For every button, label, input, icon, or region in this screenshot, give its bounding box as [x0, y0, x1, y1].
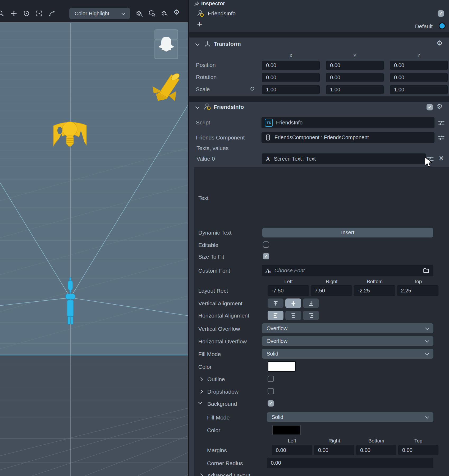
scale-link-icon[interactable]: [249, 85, 256, 92]
corner-radius-label: Corner Radius: [207, 460, 243, 466]
size-to-fit-label: Size To Fit: [198, 254, 224, 260]
layout-rect-header-bottom: Bottom: [367, 279, 383, 284]
transform-settings-gear-icon[interactable]: ⚙: [437, 40, 443, 46]
value0-remove-icon[interactable]: ✕: [439, 155, 444, 162]
background-fill-mode-dropdown[interactable]: Solid: [267, 412, 433, 422]
valign-center-button[interactable]: [285, 298, 301, 308]
scale-z-input[interactable]: [390, 85, 448, 94]
horizontal-overflow-dropdown[interactable]: Overflow: [262, 336, 433, 346]
text-value-area[interactable]: [262, 183, 433, 225]
vertical-overflow-dropdown[interactable]: Overflow: [262, 323, 433, 333]
transform-collapse-chevron-icon[interactable]: [195, 42, 200, 46]
section-divider: [189, 96, 449, 102]
margins-left-input[interactable]: [272, 445, 312, 455]
layout-rect-header-left: Left: [284, 279, 293, 284]
viewport-settings-gear-icon[interactable]: ⚙: [173, 9, 181, 16]
scale-y-input[interactable]: [326, 85, 384, 94]
script-reference-field[interactable]: TS FriendsInfo: [262, 117, 434, 128]
rotation-y-input[interactable]: [326, 73, 384, 82]
rotation-x-input[interactable]: [262, 73, 320, 82]
rotation-z-input[interactable]: [390, 73, 448, 82]
transform-title: Transform: [214, 41, 241, 47]
dropshadow-collapse-chevron-icon[interactable]: [199, 390, 203, 394]
folder-icon[interactable]: [423, 267, 429, 274]
scale-tool-icon[interactable]: [35, 10, 43, 17]
add-component-button[interactable]: +: [197, 20, 202, 29]
friends-component-field[interactable]: FriendsComponent : FriendsComponent: [262, 132, 434, 143]
layout-rect-left-input[interactable]: [268, 285, 309, 296]
margins-bottom-input[interactable]: [356, 445, 396, 455]
typescript-icon: TS: [265, 119, 273, 127]
margins-header-top: Top: [414, 438, 423, 444]
zoom-tool-icon[interactable]: [0, 10, 4, 17]
size-to-fit-checkbox[interactable]: ✓: [263, 253, 269, 259]
valign-bottom-button[interactable]: [303, 298, 319, 308]
insert-button[interactable]: Insert: [262, 228, 433, 237]
corner-radius-input[interactable]: [267, 458, 433, 468]
halign-left-button[interactable]: [268, 311, 283, 320]
outline-collapse-chevron-icon[interactable]: [199, 377, 203, 381]
margins-right-input[interactable]: [314, 445, 354, 455]
scene-viewport[interactable]: Color Highlight ⚙: [0, 0, 188, 476]
friends-component-picker-icon[interactable]: [438, 134, 445, 141]
margins-top-input[interactable]: [398, 445, 438, 455]
mouse-cursor: [424, 157, 433, 168]
position-z-input[interactable]: [390, 61, 448, 70]
object-enabled-checkbox[interactable]: ✓: [438, 10, 444, 17]
background-collapse-chevron-icon[interactable]: [198, 400, 203, 404]
snapchat-ghost-thumbnail[interactable]: [155, 30, 178, 59]
valign-top-button[interactable]: [268, 298, 283, 308]
friendsinfo-settings-gear-icon[interactable]: ⚙: [437, 103, 443, 110]
render-mode-dropdown[interactable]: Color Highlight: [69, 8, 130, 19]
bend-tool-icon[interactable]: [48, 10, 56, 17]
layout-rect-right-input[interactable]: [311, 285, 352, 296]
position-y-input[interactable]: [326, 61, 384, 70]
layout-rect-header-right: Right: [326, 279, 337, 284]
custom-font-field[interactable]: Aα Choose Font: [262, 265, 433, 276]
viewport-sky: [0, 22, 188, 355]
pin-icon[interactable]: [193, 1, 200, 7]
fill-mode-label: Fill Mode: [198, 351, 221, 357]
halign-right-button[interactable]: [303, 311, 319, 320]
frame-object-icon[interactable]: [136, 10, 143, 17]
margins-header-left: Left: [288, 438, 296, 444]
texts-values-group-label: Texts, values: [196, 145, 228, 151]
advanced-layout-collapse-chevron-icon[interactable]: [199, 473, 203, 476]
position-x-input[interactable]: [262, 61, 320, 70]
bulb-object[interactable]: [53, 122, 86, 147]
friends-component-label: Friends Component: [196, 134, 245, 141]
advanced-layout-label: Advanced Layout: [207, 472, 250, 476]
viewport-ground: [0, 355, 188, 476]
script-picker-icon[interactable]: [438, 119, 445, 126]
rotate-tool-icon[interactable]: [23, 10, 30, 17]
background-color-swatch[interactable]: [272, 425, 301, 435]
chevron-down-icon: [425, 414, 429, 419]
inspector-panel: Inspector FriendsInfo ✓ + Default Transf…: [188, 0, 449, 476]
dropshadow-checkbox[interactable]: ✓: [268, 388, 274, 394]
reset-view-icon[interactable]: [161, 10, 168, 17]
friendsinfo-enabled-checkbox[interactable]: ✓: [427, 104, 433, 110]
value0-value: Screen Text : Text: [274, 156, 316, 162]
outline-checkbox[interactable]: ✓: [268, 376, 274, 382]
layout-rect-bottom-input[interactable]: [354, 285, 395, 296]
vertical-overflow-label: Vertical Overflow: [198, 326, 240, 332]
halign-center-button[interactable]: [285, 311, 301, 320]
editable-checkbox[interactable]: ✓: [263, 241, 269, 248]
column-header-z: Z: [417, 53, 420, 59]
color-label: Color: [198, 364, 212, 370]
background-checkbox[interactable]: ✓: [268, 400, 274, 407]
text-label: Text: [198, 195, 209, 201]
fill-mode-dropdown[interactable]: Solid: [262, 349, 433, 359]
frame-selection-icon[interactable]: [148, 10, 156, 17]
move-tool-icon[interactable]: [10, 10, 17, 17]
friendsinfo-section: FriendsInfo ✓ ⚙ Script TS FriendsInfo Fr…: [189, 102, 449, 476]
layout-rect-top-input[interactable]: [397, 285, 438, 296]
margins-header-bottom: Bottom: [368, 438, 384, 444]
scale-x-input[interactable]: [262, 85, 320, 94]
friendsinfo-collapse-chevron-icon[interactable]: [195, 105, 200, 109]
scene-canvas[interactable]: [0, 22, 188, 476]
viewport-toolbar: Color Highlight ⚙: [0, 0, 188, 23]
default-state-radio[interactable]: [439, 22, 446, 29]
value0-reference-field[interactable]: A Screen Text : Text: [262, 153, 426, 164]
text-color-swatch[interactable]: [268, 361, 296, 372]
